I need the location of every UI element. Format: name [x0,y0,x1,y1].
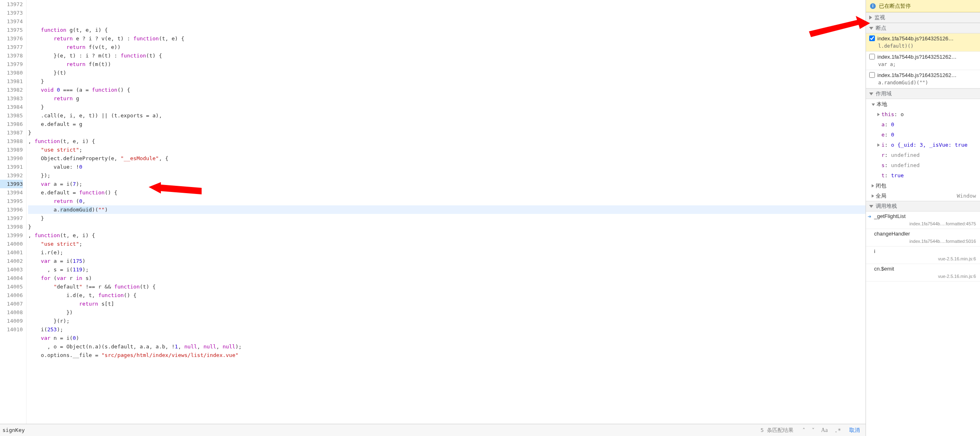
callstack-function: cn.$emit [874,265,976,273]
callstack-list: _getFlightList index.1fa7544b.…formatted… [866,211,980,282]
search-case-toggle[interactable]: Aa [820,427,829,434]
callstack-label: 调用堆栈 [876,203,897,210]
scope-variable[interactable]: t: true [866,170,980,181]
breakpoint-checkbox[interactable] [869,54,875,59]
search-cancel-button[interactable]: 取消 [846,427,863,434]
scope-closure-header[interactable]: 闭包 [866,181,980,191]
chevron-right-icon [877,113,880,116]
paused-label: 已在断点暂停 [879,2,911,10]
callstack-frame[interactable]: _getFlightList index.1fa7544b.…formatted… [866,211,980,229]
callstack-frame[interactable]: cn.$emit vue-2.5.16.min.js:6 [866,264,980,282]
chevron-right-icon [872,184,874,187]
scope-label: 作用域 [876,90,892,97]
watch-label: 监视 [875,14,885,21]
info-icon: i [870,3,876,9]
callstack-function: _getFlightList [874,213,976,220]
breakpoint-item[interactable]: index.1fa7544b.js?164325126… l.default)(… [866,33,980,52]
scope-variable[interactable]: this: o [866,109,980,119]
breakpoint-item[interactable]: index.1fa7544b.js?1643251262… a.randomGu… [866,70,980,88]
breakpoint-file: index.1fa7544b.js?164325126… [877,35,976,42]
code-area[interactable]: 1397213973139741397513976139771397813979… [0,0,866,424]
scope-global-header[interactable]: 全局 Window [866,191,980,201]
callstack-location: vue-2.5.16.min.js:6 [938,255,976,262]
breakpoint-item[interactable]: index.1fa7544b.js?1643251262… var a; [866,52,980,70]
callstack-function: i [874,248,976,255]
search-prev-button[interactable]: ˄ [801,427,807,434]
breakpoints-section-header[interactable]: 断点 [866,23,980,33]
scope-variable[interactable]: e: 0 [866,130,980,140]
breakpoint-file: index.1fa7544b.js?1643251262… [877,72,976,79]
scope-global-value: Window [957,192,976,200]
callstack-location: index.1fa7544b.…formatted:5016 [910,238,976,245]
breakpoints-list: index.1fa7544b.js?164325126… l.default)(… [866,33,980,88]
search-bar: 5 条匹配结果 ˄ ˅ Aa .* 取消 [0,424,866,436]
scope-section-header[interactable]: 作用域 [866,88,980,99]
breakpoint-checkbox[interactable] [869,35,875,41]
breakpoint-code: l.default)() [877,42,976,50]
callstack-section-header[interactable]: 调用堆栈 [866,201,980,211]
callstack-function: changeHandler [874,230,976,238]
scope-variable[interactable]: s: undefined [866,160,980,170]
callstack-frame[interactable]: i vue-2.5.16.min.js:6 [866,247,980,264]
scope-variables: this: oa: 0e: 0i: o {_uid: 3, _isVue: tr… [866,109,980,181]
breakpoint-code: a.randomGuid)("") [877,79,976,86]
breakpoint-file: index.1fa7544b.js?1643251262… [877,53,976,61]
chevron-down-icon [872,103,875,106]
scope-variable[interactable]: a: 0 [866,119,980,130]
chevron-right-icon [872,194,874,198]
arrow-annotation-icon [809,11,870,40]
search-regex-toggle[interactable]: .* [833,427,843,434]
breakpoints-label: 断点 [876,24,886,32]
code-editor-pane: 1397213973139741397513976139771397813979… [0,0,866,436]
callstack-location: vue-2.5.16.min.js:6 [938,273,976,280]
chevron-right-icon [877,143,880,147]
callstack-location: index.1fa7544b.…formatted:4575 [910,220,976,227]
svg-marker-1 [809,16,870,37]
search-next-button[interactable]: ˅ [810,427,816,434]
scope-variable[interactable]: r: undefined [866,150,980,160]
line-number-gutter[interactable]: 1397213973139741397513976139771397813979… [0,0,26,424]
code-content[interactable]: function g(t, e, i) { return e ? i ? v(e… [26,0,866,424]
search-result-count: 5 条匹配结果 [760,427,793,434]
search-input[interactable] [2,427,757,433]
paused-banner: i 已在断点暂停 [866,0,980,12]
chevron-down-icon [869,92,873,95]
breakpoint-code: var a; [877,61,976,68]
breakpoint-checkbox[interactable] [869,72,875,78]
scope-variable[interactable]: i: o {_uid: 3, _isVue: true [866,140,980,150]
watch-section-header[interactable]: 监视 [866,12,980,23]
callstack-frame[interactable]: changeHandler index.1fa7544b.…formatted:… [866,229,980,247]
debugger-sidebar: i 已在断点暂停 监视 断点 index.1fa7544b.js?1643251… [866,0,980,436]
chevron-down-icon [869,205,873,208]
scope-local-header[interactable]: 本地 [866,99,980,109]
